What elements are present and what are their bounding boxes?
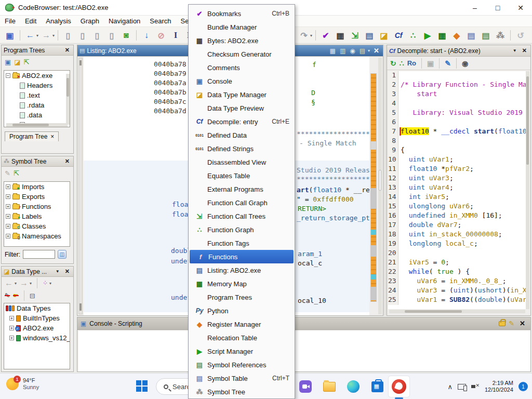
edit-fields-button[interactable]: ▦ xyxy=(330,47,336,55)
expand-icon[interactable]: + xyxy=(9,316,14,321)
decompile-code[interactable]: 12/* Library Function - Single Match3 st… xyxy=(388,71,526,309)
menu-item-data-type-preview[interactable]: Data Type Preview xyxy=(189,101,295,115)
close-icon[interactable]: ✕ xyxy=(372,47,381,55)
decompile-button[interactable]: Cf xyxy=(392,29,405,42)
expand-icon[interactable]: + xyxy=(9,326,14,330)
menu-item-function-call-graph[interactable]: Function Call Graph xyxy=(189,196,295,209)
menu-item-listing[interactable]: ▤Listing: ABO2.exe xyxy=(189,263,295,277)
tree-row[interactable]: .data xyxy=(4,110,70,120)
decompile-line[interactable]: 9{ xyxy=(388,146,526,155)
tree-row[interactable]: Headers xyxy=(4,81,70,90)
microsoft-store-icon[interactable] xyxy=(369,378,385,395)
expand-icon[interactable]: + xyxy=(6,234,10,238)
dropdown-caret-icon[interactable]: ▾ xyxy=(368,48,370,53)
decompile-line[interactable]: 24 uVar3 = (uint)(ushort)(in_XMM0. xyxy=(388,286,526,296)
menu-item-register-manager[interactable]: ◆Register Manager xyxy=(189,317,295,331)
expand-icon[interactable]: + xyxy=(6,184,10,189)
menu-item-checksum-generator[interactable]: Checksum Generator xyxy=(189,47,295,61)
decompile-line[interactable]: 21 iVar5 = 0; xyxy=(388,258,526,268)
copy-button[interactable]: ▣ xyxy=(427,59,434,68)
menu-item-relocation-table[interactable]: Relocation Table xyxy=(189,331,295,344)
filter-input[interactable] xyxy=(23,250,55,259)
tray-chevron-icon[interactable]: ∧ xyxy=(447,383,453,391)
decompile-line[interactable]: 22 while( true ) { xyxy=(388,268,526,277)
decompile-line[interactable]: 6 xyxy=(388,118,526,127)
tree-row[interactable]: +Exports xyxy=(4,192,70,202)
listing-vscrollbar[interactable] xyxy=(378,58,382,314)
menu-file[interactable]: File xyxy=(0,16,20,26)
data-type-manager-button[interactable]: ◪ xyxy=(377,29,391,42)
decompile-line[interactable]: 1 xyxy=(388,71,526,81)
edit-button[interactable]: ✎ xyxy=(445,59,451,68)
expand-icon[interactable]: + xyxy=(6,204,10,209)
console-output[interactable] xyxy=(78,331,530,371)
clear-button[interactable]: ⊘ xyxy=(154,29,168,42)
menu-item-bookmarks[interactable]: ✔BookmarksCtrl+B xyxy=(189,7,295,20)
tree-row[interactable]: +()Namespaces xyxy=(4,231,70,241)
menu-item-function-tags[interactable]: Function Tags xyxy=(189,236,295,250)
tree-row-root[interactable]: −➤ABO2.exe xyxy=(4,71,70,81)
decompile-line[interactable]: 7float10 * __cdecl start(float10 *_ xyxy=(388,127,526,137)
menu-item-function-call-trees[interactable]: ⇲Function Call Trees xyxy=(189,209,295,223)
menu-item-console[interactable]: ▣Console xyxy=(189,74,295,88)
forward-button[interactable]: → xyxy=(20,278,28,288)
dropdown-caret-icon[interactable]: ▾ xyxy=(310,33,312,38)
script-manager-button[interactable]: ▶ xyxy=(421,29,434,42)
symbol-tree-button[interactable]: ⁂ xyxy=(494,29,507,42)
program-tree-hscrollbar[interactable] xyxy=(6,123,68,127)
menu-item-defined-data[interactable]: 0101Defined Data xyxy=(189,128,295,142)
go-down-button[interactable]: ↓ xyxy=(140,29,153,42)
close-button[interactable]: ✕ xyxy=(509,0,532,15)
decompile-line[interactable]: 11 float10 *pfVar2; xyxy=(388,165,526,174)
open-folder-button[interactable]: ◪ xyxy=(14,58,20,66)
tree-row[interactable]: .rdata xyxy=(4,100,70,110)
menu-item-functions[interactable]: fFunctions xyxy=(190,250,294,263)
expand-icon[interactable]: + xyxy=(6,194,10,199)
program-tree-tab[interactable]: Program Tree × xyxy=(5,131,59,141)
back-button[interactable]: ← xyxy=(23,29,37,42)
listing-overview-bar[interactable] xyxy=(370,73,377,302)
decompile-header[interactable]: Cf Decompile: start - (ABO2.exe) ▼ ✕ xyxy=(387,45,530,57)
decompile-line[interactable]: 20 xyxy=(388,249,526,258)
edge-browser-icon[interactable] xyxy=(345,378,362,395)
save-button[interactable]: ▣ xyxy=(3,29,17,42)
dropdown-caret-icon[interactable]: ▾ xyxy=(36,33,38,38)
decompile-line[interactable]: 2/* Library Function - Single Match xyxy=(388,81,526,90)
decompile-line[interactable]: 4 xyxy=(388,99,526,109)
decompile-line[interactable]: 17 double dVar7; xyxy=(388,221,526,230)
tab-close-icon[interactable]: × xyxy=(50,133,54,140)
decompile-line[interactable]: 15 ulonglong uVar6; xyxy=(388,202,526,211)
tree-row-root[interactable]: Data Types xyxy=(4,303,70,313)
decompile-line[interactable]: 13 uint uVar4; xyxy=(388,183,526,193)
symbol-table-button[interactable]: ▤ xyxy=(464,29,478,42)
decompile-hscrollbar[interactable] xyxy=(389,310,525,313)
chat-app-icon[interactable] xyxy=(297,378,314,395)
copy-tool-2[interactable]: ▯ xyxy=(76,29,89,42)
menu-edit[interactable]: Edit xyxy=(20,16,41,26)
minimize-button[interactable]: – xyxy=(463,0,486,15)
expand-icon[interactable]: + xyxy=(6,224,10,229)
panel-menu-icon[interactable]: ▼ xyxy=(54,269,61,274)
decompile-line[interactable]: 10 uint uVar1; xyxy=(388,155,526,165)
decompile-line[interactable]: 8 xyxy=(388,137,526,146)
tree-row[interactable]: +BuiltInTypes xyxy=(4,313,70,323)
close-icon[interactable]: ✕ xyxy=(521,47,528,54)
associations-button[interactable]: ⁘ xyxy=(43,280,48,287)
program-tree-vscrollbar[interactable] xyxy=(66,74,70,125)
filter-options-button[interactable]: ◫ xyxy=(58,250,66,259)
close-icon[interactable]: ✕ xyxy=(517,320,527,327)
close-icon[interactable]: ✕ xyxy=(63,158,71,165)
listing-marker-margin[interactable] xyxy=(78,58,83,314)
menu-item-comments[interactable]: Comments xyxy=(189,61,295,74)
menu-analysis[interactable]: Analysis xyxy=(41,16,75,26)
decompile-line[interactable]: 3 start xyxy=(388,90,526,99)
menu-item-bytes[interactable]: ▦Bytes: ABO2.exe xyxy=(189,34,295,47)
menu-navigation[interactable]: Navigation xyxy=(104,16,145,26)
new-tree-button[interactable]: ▣ xyxy=(5,58,11,66)
toggle-format-button[interactable]: ▤ xyxy=(360,47,365,55)
diff-view-button[interactable]: ▥ xyxy=(340,47,345,55)
readonly-toggle[interactable]: Ro xyxy=(407,59,416,67)
decompile-line[interactable]: 25 uVar1 = SUB82((double)(uVar6 & xyxy=(388,296,526,305)
function-graph-button[interactable]: ∴ xyxy=(406,29,420,42)
decompile-line[interactable]: 14 int iVar5; xyxy=(388,193,526,202)
